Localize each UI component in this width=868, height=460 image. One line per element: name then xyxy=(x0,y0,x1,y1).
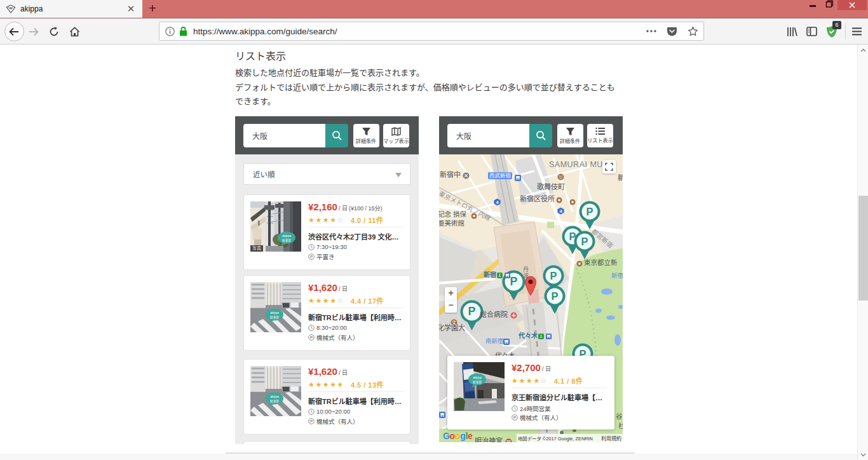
page-info-icon[interactable] xyxy=(165,27,175,36)
rating-text: 4.1 / 8件 xyxy=(554,375,583,386)
url-bar[interactable]: https://www.akippa.com/guide/search/ xyxy=(159,22,704,41)
map-label: 新宿 xyxy=(611,271,623,280)
window-close-button[interactable] xyxy=(837,0,867,10)
price: ¥1,620 xyxy=(308,366,337,377)
scrollbar[interactable] xyxy=(857,44,868,460)
hours-text: 7:30~19:30 xyxy=(316,243,347,250)
library-button[interactable] xyxy=(783,18,801,44)
browser-navbar: https://www.akippa.com/guide/search/ xyxy=(0,18,868,44)
url-bar-actions xyxy=(646,22,698,40)
hamburger-icon xyxy=(852,27,862,36)
price-line: ¥1,620/ 日 xyxy=(308,366,348,377)
google-logo[interactable]: Google xyxy=(443,431,472,441)
window-minimize-button[interactable] xyxy=(805,0,820,11)
card-divider xyxy=(308,308,403,308)
selected-parking-card[interactable]: akippa 駐車場 ¥2,700/ 日 ★★★★☆4.1 / 8件 京王新宿追… xyxy=(447,356,614,430)
svg-text:P: P xyxy=(550,270,557,281)
parking-card[interactable]: akippa 駐車場 ¥1,620/ 日 ★★★★☆★4.5 / 13件 新宿T… xyxy=(243,359,410,435)
map-view-button[interactable]: マップ表示 xyxy=(383,124,409,147)
star-full-icon: ★ xyxy=(330,297,337,304)
type-text: 平置き xyxy=(316,252,335,261)
type-row: P平置き xyxy=(308,252,335,261)
page-content: リスト表示 検索した地点付近の駐車場が一覧で表示されます。 デフォルトでは近い順… xyxy=(0,45,857,460)
reload-button[interactable] xyxy=(45,18,63,44)
google-logo-letter: G xyxy=(443,431,450,441)
price-line: ¥1,620/ 日 xyxy=(308,282,348,294)
list-view-button[interactable]: リスト表示 xyxy=(587,124,613,147)
toolbar-separator xyxy=(845,24,846,39)
clock-icon xyxy=(308,325,315,331)
url-text[interactable]: https://www.akippa.com/guide/search/ xyxy=(193,27,337,36)
star-full-icon: ★ xyxy=(323,297,330,304)
tab-close-icon[interactable]: ✕ xyxy=(126,4,136,14)
parking-card[interactable]: akippa 駐車場 写真 ¥2,160/ 日(¥100 / 15分) ★★★★… xyxy=(243,194,410,270)
window-restore-button[interactable] xyxy=(821,0,836,11)
akippa-favicon-icon: a xyxy=(6,4,16,14)
map-poi-icon-shrine xyxy=(505,436,512,442)
adblock-shield-button[interactable]: 6 xyxy=(822,18,841,44)
parking-pin[interactable]: P xyxy=(544,285,566,317)
filter-button[interactable]: 詳細条件 xyxy=(353,124,379,147)
star-full-icon: ★ xyxy=(533,377,540,384)
star-full-icon: ★ xyxy=(526,377,533,384)
type-row: P機械式（有人） xyxy=(308,333,359,342)
forward-arrow-icon xyxy=(29,27,39,36)
parking-card[interactable]: akippa 駐車場 ¥1,620/ 日 ★★★★☆4.4 / 17件 新宿TR… xyxy=(243,275,410,351)
svg-text:P: P xyxy=(581,236,588,247)
filter-button[interactable]: 詳細条件 xyxy=(557,124,583,147)
hamburger-menu-button[interactable] xyxy=(848,18,865,44)
star-full-icon: ★ xyxy=(308,216,315,224)
star-empty-icon: ☆ xyxy=(337,216,344,224)
map-label: 明治神宮 xyxy=(475,435,503,442)
parking-name: 京王新宿追分ビル駐車場【… xyxy=(512,392,607,402)
zoom-out-button[interactable]: − xyxy=(445,299,457,312)
map-poi-icon-schoolbr: 文 xyxy=(451,317,458,328)
hours-text: 24時間営業 xyxy=(520,404,551,413)
map-data-credit: 地図データ ©2017 Google, ZENRIN xyxy=(518,435,593,441)
home-button[interactable] xyxy=(65,18,84,44)
search-box xyxy=(243,124,356,147)
new-tab-button[interactable]: + xyxy=(144,0,161,18)
browser-tab[interactable]: a akippa ✕ xyxy=(0,0,142,18)
map-poi-icon-jr xyxy=(497,269,503,281)
zoom-in-button[interactable]: + xyxy=(445,287,457,300)
https-lock-icon[interactable] xyxy=(179,27,187,36)
terms-link[interactable]: 利用規約 xyxy=(601,435,621,442)
scrollbar-thumb[interactable] xyxy=(858,196,868,301)
parking-photo: akippa 駐車場 xyxy=(250,366,301,416)
google-logo-letter: g xyxy=(460,431,465,441)
back-button[interactable] xyxy=(4,18,24,44)
map-label: 総合病院 xyxy=(480,309,508,319)
restore-icon xyxy=(821,0,836,11)
bookmark-star-icon[interactable] xyxy=(688,26,698,37)
map-poi-icon-brown xyxy=(576,258,583,269)
type-row: P機械式（有人） xyxy=(512,413,562,422)
type-text: 機械式（有人） xyxy=(520,413,562,422)
search-button[interactable] xyxy=(529,124,552,147)
forward-button[interactable] xyxy=(25,18,42,44)
search-input[interactable] xyxy=(243,124,326,147)
star-full-icon: ★ xyxy=(315,216,322,224)
scrollbar-down-arrow[interactable] xyxy=(858,449,868,460)
search-input[interactable] xyxy=(447,124,530,147)
price-note: (¥100 / 15分) xyxy=(349,205,383,212)
tab-title: akippa xyxy=(20,4,43,13)
scrollbar-up-arrow[interactable] xyxy=(858,44,868,55)
search-button[interactable] xyxy=(325,124,348,147)
sidebar-button[interactable] xyxy=(803,18,820,44)
svg-text:駐車場: 駐車場 xyxy=(282,238,291,243)
pocket-icon[interactable] xyxy=(667,26,677,37)
sort-value: 近い順 xyxy=(253,169,275,179)
star-full-icon: ★ xyxy=(308,381,315,388)
app-header: 詳細条件 マップ表示 xyxy=(235,116,419,154)
map-label: 亜美術館 xyxy=(439,218,465,227)
map-poi-icon-hosp xyxy=(510,310,517,321)
search-location-pin[interactable] xyxy=(524,276,537,299)
svg-text:akippa: akippa xyxy=(473,376,482,379)
map-label: 西武新宿 xyxy=(488,172,512,179)
page-actions-icon[interactable] xyxy=(646,30,656,32)
map-fullscreen-button[interactable] xyxy=(602,160,616,173)
map-canvas[interactable]: P P P P P P P P SAMURA xyxy=(439,154,623,442)
sort-dropdown[interactable]: 近い順 xyxy=(243,163,410,185)
next-section-band xyxy=(0,454,857,460)
